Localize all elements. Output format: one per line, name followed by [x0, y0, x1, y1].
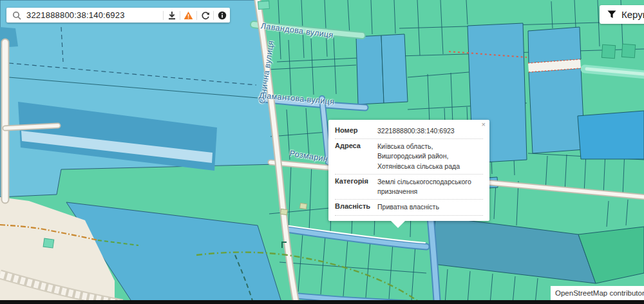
download-button[interactable] — [164, 8, 180, 23]
popup-row-label: Власність — [335, 202, 372, 212]
popup-pointer — [390, 220, 406, 228]
info-button[interactable] — [214, 8, 230, 23]
popup-row-label: Номер — [335, 126, 372, 136]
popup-row-value: Приватна власність — [377, 202, 439, 212]
manage-layers-button[interactable]: Керува — [600, 5, 644, 24]
warning-icon — [184, 11, 193, 20]
info-icon — [218, 11, 227, 20]
popup-row-label: Адреса — [335, 142, 372, 171]
popup-row-value: 3221888800:38:140:6923 — [377, 126, 455, 136]
blue-parcel-bright[interactable] — [578, 111, 644, 159]
popup-row-number: Номер 3221888800:38:140:6923 — [335, 124, 483, 139]
search-bar: 3221888800:38:140:6923 — [6, 8, 230, 23]
popup-row-ownership: Власність Приватна власність — [335, 200, 483, 215]
building-small — [280, 209, 287, 214]
teal-plot-small — [43, 238, 54, 248]
building — [621, 44, 635, 57]
blue-parcel[interactable] — [528, 27, 581, 63]
popup-row-label: Категорія — [335, 177, 372, 196]
popup-row-value: Землі сільськогосподарського призначення — [377, 177, 483, 196]
download-icon — [167, 11, 176, 20]
search-icon — [12, 11, 21, 20]
building — [601, 44, 615, 58]
refresh-icon — [201, 11, 210, 20]
map-attribution: OpenStreetMap contributors | Gi — [551, 286, 644, 300]
warning-button[interactable] — [180, 8, 196, 23]
popup-row-category: Категорія Землі сільськогосподарського п… — [335, 175, 483, 200]
bottom-strip — [0, 300, 644, 304]
blue-parcel[interactable] — [529, 68, 585, 153]
search-input[interactable]: 3221888800:38:140:6923 — [26, 10, 163, 20]
funnel-icon — [607, 10, 616, 19]
manage-layers-label: Керува — [621, 9, 644, 20]
map-canvas[interactable] — [0, 0, 644, 304]
blue-parcel[interactable] — [356, 35, 384, 104]
popup-row-value: Київська область, Вишгородський район, Х… — [377, 142, 483, 171]
blue-parcel[interactable] — [381, 34, 408, 103]
attribution-text[interactable]: OpenStreetMap contributors | — [555, 289, 644, 297]
cadastral-map-app: { "search_bar": { "query": "3221888800:3… — [0, 0, 644, 304]
green-plot-small — [258, 1, 270, 9]
close-icon[interactable]: × — [482, 121, 486, 128]
building-small — [299, 203, 307, 209]
popup-row-address: Адреса Київська область, Вишгородський р… — [335, 139, 483, 175]
parcel-info-popup: × Номер 3221888800:38:140:6923 Адреса Ки… — [328, 120, 489, 221]
refresh-button[interactable] — [197, 8, 213, 23]
